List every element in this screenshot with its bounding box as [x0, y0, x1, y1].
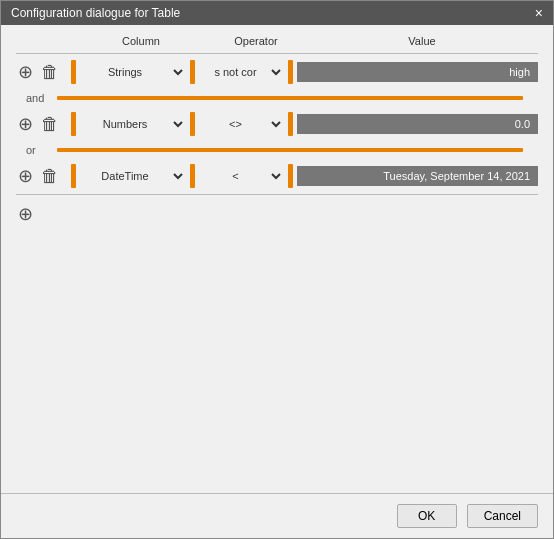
column-headers: Column Operator Value: [16, 35, 538, 53]
row1-value-input[interactable]: [297, 62, 538, 82]
row3-val-bar: [288, 164, 293, 188]
connector-and: and: [16, 90, 538, 106]
row3-actions: ⊕ 🗑: [16, 165, 71, 187]
row2-add-button[interactable]: ⊕: [16, 113, 35, 135]
title-bar: Configuration dialogue for Table ×: [1, 1, 553, 25]
row2-delete-button[interactable]: 🗑: [39, 113, 61, 135]
close-button[interactable]: ×: [535, 6, 543, 20]
connector-and-label: and: [26, 92, 51, 104]
row3-op-bar: [190, 164, 195, 188]
dialog-title: Configuration dialogue for Table: [11, 6, 180, 20]
row1-add-button[interactable]: ⊕: [16, 61, 35, 83]
row1-operator-select[interactable]: s not cor s contains = <> < >: [199, 65, 284, 79]
dialog-body: Column Operator Value ⊕ 🗑 Strings Number…: [1, 25, 553, 493]
header-operator: Operator: [206, 35, 306, 47]
header-column: Column: [76, 35, 206, 47]
row3-delete-button[interactable]: 🗑: [39, 165, 61, 187]
header-value: Value: [306, 35, 538, 47]
row3-operator-select[interactable]: s not cor s contains = <> < >: [199, 169, 284, 183]
row3-value-input[interactable]: [297, 166, 538, 186]
cancel-button[interactable]: Cancel: [467, 504, 538, 528]
dialog-footer: OK Cancel: [1, 493, 553, 538]
add-new-row-button[interactable]: ⊕: [16, 203, 35, 225]
row2-val-bar: [288, 112, 293, 136]
filter-row-2: ⊕ 🗑 Strings Numbers DateTime s not cor s…: [16, 106, 538, 142]
filter-rows-area: ⊕ 🗑 Strings Numbers DateTime s not cor s…: [16, 54, 538, 483]
row1-column-select[interactable]: Strings Numbers DateTime: [76, 65, 186, 79]
connector-or-label: or: [26, 144, 51, 156]
connector-or-bar: [57, 148, 523, 152]
add-new-row-area: ⊕: [16, 195, 538, 233]
row1-delete-button[interactable]: 🗑: [39, 61, 61, 83]
ok-button[interactable]: OK: [397, 504, 457, 528]
row1-op-bar: [190, 60, 195, 84]
row1-actions: ⊕ 🗑: [16, 61, 71, 83]
row2-column-select[interactable]: Strings Numbers DateTime: [76, 117, 186, 131]
row1-val-bar: [288, 60, 293, 84]
row3-column-select[interactable]: Strings Numbers DateTime: [76, 169, 186, 183]
row2-op-bar: [190, 112, 195, 136]
row2-operator-select[interactable]: s not cor s contains = <> < >: [199, 117, 284, 131]
connector-and-bar: [57, 96, 523, 100]
connector-or: or: [16, 142, 538, 158]
row2-value-input[interactable]: [297, 114, 538, 134]
filter-row-1: ⊕ 🗑 Strings Numbers DateTime s not cor s…: [16, 54, 538, 90]
row2-actions: ⊕ 🗑: [16, 113, 71, 135]
configuration-dialog: Configuration dialogue for Table × Colum…: [0, 0, 554, 539]
row3-add-button[interactable]: ⊕: [16, 165, 35, 187]
filter-row-3: ⊕ 🗑 Strings Numbers DateTime s not cor s…: [16, 158, 538, 194]
